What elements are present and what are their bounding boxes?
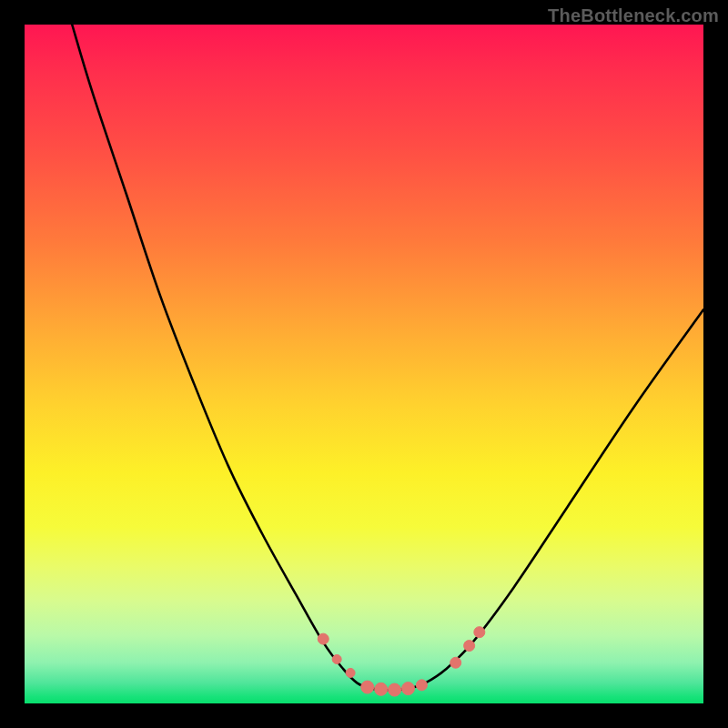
curve-markers	[318, 627, 485, 696]
watermark-text: TheBottleneck.com	[548, 5, 719, 26]
curve-marker	[375, 682, 388, 695]
curve-marker	[450, 657, 461, 668]
curve-marker	[332, 655, 341, 664]
curve-marker	[389, 683, 401, 696]
chart-frame: TheBottleneck.com	[0, 0, 728, 728]
curve-marker	[361, 681, 374, 693]
curve-marker	[416, 680, 427, 691]
curve-marker	[401, 682, 414, 695]
curve-marker	[464, 641, 475, 652]
curve-marker	[474, 627, 485, 638]
chart-svg	[25, 25, 703, 703]
bottleneck-curve	[72, 25, 703, 690]
curve-marker	[318, 633, 329, 644]
curve-marker	[346, 668, 355, 677]
